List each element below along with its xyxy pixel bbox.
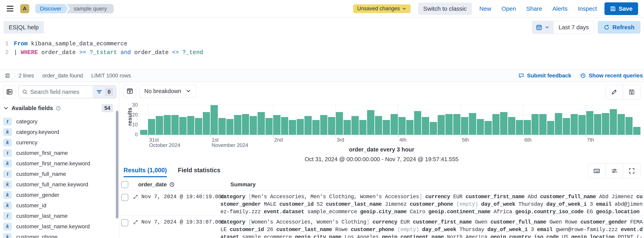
column-header-order-date[interactable]: order_date [138, 181, 175, 188]
menu-link-new[interactable]: New [479, 5, 491, 12]
field-type-badge: k [3, 202, 12, 209]
field-name: category [16, 118, 37, 125]
svg-text:?: ? [58, 106, 59, 110]
histogram-bar [148, 119, 155, 135]
expand-row-icon[interactable] [133, 219, 138, 225]
save-icon [628, 89, 635, 95]
field-list-item[interactable]: tcustomer_first_name [3, 148, 116, 158]
histogram-bar [359, 120, 367, 135]
histogram-bar [602, 113, 609, 135]
tab-field-statistics[interactable]: Field statistics [178, 167, 220, 177]
space-avatar[interactable]: A [20, 4, 29, 13]
field-type-badge: t [3, 117, 12, 126]
limit-label: LIMIT 1000 rows [91, 73, 131, 79]
question-circle-icon[interactable]: ? [56, 106, 61, 111]
date-picker: Last 7 days [532, 21, 594, 34]
field-list-item[interactable]: kcurrency [3, 137, 116, 148]
histogram-bar [383, 120, 390, 135]
feedback-bubble-icon [518, 73, 524, 79]
x-tick-label: 1stNovember 2024 [212, 137, 248, 148]
menu-link-share[interactable]: Share [526, 5, 542, 12]
switch-to-classic-button[interactable]: Switch to classic [418, 3, 472, 15]
field-list-item[interactable]: tcategory [3, 116, 116, 127]
row-checkbox[interactable] [121, 194, 128, 201]
field-list-item[interactable]: kcustomer_first_name.keyword [3, 158, 116, 169]
editor-line[interactable]: 1From kibana_sample_data_ecommerce [0, 40, 644, 48]
esql-query-editor[interactable]: 1From kibana_sample_data_ecommerce2| WHE… [0, 37, 644, 69]
row-checkbox[interactable] [121, 219, 128, 226]
x-tick-label: 6th [524, 137, 532, 143]
tab-results[interactable]: Results (1,000) [124, 167, 167, 177]
column-header-summary[interactable]: Summary [230, 181, 256, 188]
chart-title: order_date every 3 hour [119, 146, 644, 153]
menu-link-open[interactable]: Open [502, 5, 516, 12]
histogram-bar [524, 120, 531, 135]
histogram-chart: results 0102030 [124, 102, 640, 135]
histogram-bar [226, 119, 234, 135]
histogram-bar [492, 114, 500, 135]
keyboard-shortcuts-button[interactable] [588, 164, 606, 178]
histogram-bar [312, 120, 320, 135]
fields-sidebar: 0 Available fields ? 54 tcategorykcatego… [0, 82, 119, 238]
field-name: category.keyword [16, 129, 59, 135]
field-type-badge: k [3, 139, 12, 147]
field-type-badge: t [3, 149, 12, 157]
x-tick-label: 5th [462, 137, 469, 143]
x-tick-label: 3rd [337, 137, 344, 143]
chart-plot-area[interactable] [140, 102, 640, 135]
field-filter-button[interactable]: 0 [93, 86, 116, 98]
field-list-item[interactable]: kcustomer_gender [3, 190, 116, 200]
field-list-item[interactable]: kcustomer_full_name.keyword [3, 179, 116, 190]
display-options-button[interactable] [606, 164, 623, 178]
collapse-sidebar-button[interactable] [3, 85, 16, 98]
time-range-button[interactable]: Last 7 days [554, 21, 594, 34]
search-icon [22, 89, 28, 95]
field-name: customer_full_name.keyword [16, 181, 88, 188]
sidebar-scrollbar[interactable] [116, 111, 118, 219]
histogram-bar [234, 115, 241, 135]
available-fields-header[interactable]: Available fields ? 54 [3, 104, 116, 112]
field-type-badge: k [3, 222, 12, 230]
refresh-icon [604, 24, 610, 30]
fullscreen-button[interactable] [623, 164, 640, 178]
field-name: customer_last_name [16, 213, 68, 219]
unsaved-changes-badge[interactable]: Unsaved changes [353, 4, 410, 13]
hide-chart-button[interactable] [124, 85, 136, 97]
field-list-item[interactable]: kcustomer_last_name.keyword [3, 221, 116, 232]
field-list-item[interactable]: kcategory.keyword [3, 127, 116, 137]
field-list-item[interactable]: kcustomer_phone [3, 232, 116, 238]
field-list-item[interactable]: tcustomer_last_name [3, 211, 116, 221]
submit-feedback-link[interactable]: Submit feedback [518, 72, 571, 79]
edit-visualization-button[interactable] [606, 85, 623, 99]
show-recent-queries-link[interactable]: Show recent queries [580, 72, 643, 79]
field-list-item[interactable]: tcustomer_full_name [3, 169, 116, 179]
menu-hamburger-icon[interactable] [6, 5, 14, 12]
expand-row-icon[interactable] [133, 194, 138, 200]
refresh-button[interactable]: Refresh [598, 21, 640, 34]
menu-link-inspect[interactable]: Inspect [578, 5, 597, 12]
available-fields-count-badge: 54 [102, 104, 113, 112]
field-list: tcategorykcategory.keywordkcurrencytcust… [3, 116, 116, 238]
date-picker-quick-menu-button[interactable] [532, 21, 554, 34]
field-list-item[interactable]: kcustomer_id [3, 200, 116, 211]
field-type-badge: k [3, 160, 12, 168]
histogram-bar [375, 116, 382, 135]
select-all-checkbox[interactable] [121, 181, 128, 188]
search-field-names-input[interactable] [30, 89, 93, 95]
histogram-bar [242, 114, 249, 135]
menu-link-alerts[interactable]: Alerts [552, 5, 568, 12]
chart-actions-group [605, 85, 640, 99]
breadcrumb-discover[interactable]: Discover [35, 4, 68, 14]
histogram-bar [297, 119, 304, 135]
order-date-cell: Nov 7, 2024 @ 19:33:07.000 [141, 218, 220, 226]
esql-help-button[interactable]: ES|QL help [4, 21, 44, 34]
histogram-bar [563, 118, 570, 135]
histogram-bar [578, 115, 586, 135]
field-name: customer_last_name.keyword [16, 223, 90, 230]
save-button[interactable]: Save [604, 2, 638, 15]
editor-line[interactable]: 2| WHERE order_date >= ?_tstart and orde… [0, 48, 644, 57]
breakdown-select[interactable]: No breakdown [139, 85, 196, 97]
histogram-bar [328, 117, 335, 135]
table-row: Nov 7, 2024 @ 19:40:19.000category [Men'… [119, 190, 644, 216]
save-visualization-button[interactable] [623, 85, 640, 99]
